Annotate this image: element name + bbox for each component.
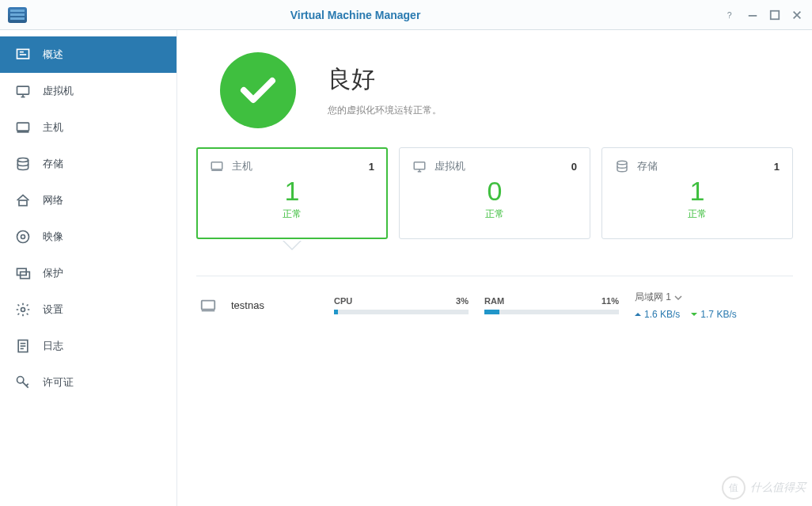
storage-icon <box>14 155 32 173</box>
sidebar: 概述 虚拟机 主机 存储 网络 映像 保护 设置 <box>0 30 177 506</box>
svg-rect-6 <box>17 86 29 94</box>
card-value: 1 <box>615 177 780 206</box>
storage-icon <box>615 159 629 173</box>
cpu-percent: 3% <box>456 296 469 306</box>
svg-rect-29 <box>202 300 215 309</box>
sidebar-item-vm[interactable]: 虚拟机 <box>0 73 176 109</box>
card-value: 1 <box>210 177 374 206</box>
card-value: 0 <box>412 177 577 206</box>
sidebar-item-label: 虚拟机 <box>43 84 74 98</box>
minimize-button[interactable] <box>746 8 760 22</box>
host-row[interactable]: testnas CPU3% RAM11% 局域网 1 1.6 KB/s 1.7 … <box>196 291 793 320</box>
ram-label: RAM <box>484 296 504 306</box>
sidebar-item-label: 设置 <box>43 302 63 317</box>
host-icon <box>210 159 224 173</box>
card-storage[interactable]: 存储 1 1 正常 <box>601 147 793 239</box>
overview-icon <box>14 46 32 63</box>
ram-meter: RAM11% <box>484 296 619 314</box>
sidebar-item-label: 映像 <box>43 230 63 244</box>
card-label: 存储 <box>637 159 658 173</box>
titlebar: Virtual Machine Manager ? <box>0 0 812 30</box>
log-icon <box>14 337 32 355</box>
sidebar-item-label: 网络 <box>43 193 63 207</box>
svg-rect-12 <box>19 200 27 206</box>
help-button[interactable]: ? <box>723 8 738 22</box>
arrow-down-icon <box>691 313 697 316</box>
host-icon <box>199 297 217 314</box>
card-label: 虚拟机 <box>434 159 465 173</box>
sidebar-item-storage[interactable]: 存储 <box>0 146 176 182</box>
card-label: 主机 <box>232 159 252 173</box>
key-icon <box>14 374 32 391</box>
vm-icon <box>412 159 427 173</box>
card-status: 正常 <box>615 207 780 221</box>
svg-rect-3 <box>17 49 29 59</box>
card-host[interactable]: 主机 1 1 正常 <box>196 147 388 239</box>
upload-stat: 1.6 KB/s <box>635 309 680 320</box>
sidebar-item-label: 保护 <box>43 266 63 280</box>
card-vm[interactable]: 虚拟机 0 0 正常 <box>399 147 590 239</box>
ram-percent: 11% <box>601 296 619 306</box>
svg-point-13 <box>17 231 29 243</box>
sidebar-item-log[interactable]: 日志 <box>0 328 176 364</box>
content-area: 良好 您的虚拟化环境运转正常。 主机 1 1 正常 虚拟机 <box>177 30 812 506</box>
host-name: testnas <box>231 299 334 311</box>
summary-cards: 主机 1 1 正常 虚拟机 0 0 正常 <box>196 147 793 239</box>
gear-icon <box>14 301 32 318</box>
cpu-label: CPU <box>334 296 352 306</box>
download-stat: 1.7 KB/s <box>691 309 736 320</box>
svg-point-11 <box>17 158 28 162</box>
svg-rect-1 <box>749 15 757 17</box>
watermark: 值 什么值得买 <box>722 476 806 500</box>
cpu-meter: CPU3% <box>334 296 469 314</box>
status-subtitle: 您的虚拟化环境运转正常。 <box>328 104 442 117</box>
network-selector[interactable]: 局域网 1 <box>635 291 768 304</box>
card-status: 正常 <box>210 207 374 221</box>
svg-point-17 <box>21 308 25 312</box>
vm-icon <box>14 82 32 100</box>
app-title: Virtual Machine Manager <box>0 9 715 21</box>
sidebar-item-settings[interactable]: 设置 <box>0 291 176 328</box>
card-count: 1 <box>774 161 780 173</box>
network-icon <box>14 192 32 209</box>
card-status: 正常 <box>412 207 577 221</box>
sidebar-item-image[interactable]: 映像 <box>0 219 176 255</box>
maximize-button[interactable] <box>768 8 782 22</box>
svg-rect-25 <box>414 162 425 169</box>
sidebar-item-label: 概述 <box>43 48 63 62</box>
divider <box>196 276 793 276</box>
svg-rect-23 <box>211 162 222 169</box>
status-title: 良好 <box>328 63 442 96</box>
card-count: 1 <box>369 161 374 173</box>
arrow-up-icon <box>635 313 641 316</box>
network-label: 局域网 1 <box>635 291 671 304</box>
svg-rect-2 <box>771 10 780 19</box>
sidebar-item-overview[interactable]: 概述 <box>0 36 176 73</box>
sidebar-item-license[interactable]: 许可证 <box>0 364 176 401</box>
watermark-text: 什么值得买 <box>750 481 806 495</box>
sidebar-item-network[interactable]: 网络 <box>0 182 176 219</box>
card-count: 0 <box>571 161 577 173</box>
svg-point-14 <box>21 235 25 239</box>
svg-text:?: ? <box>727 10 732 19</box>
app-icon <box>8 7 27 23</box>
sidebar-item-label: 主机 <box>43 120 63 135</box>
svg-rect-9 <box>17 123 29 131</box>
svg-point-28 <box>617 161 627 165</box>
protection-icon <box>14 264 32 282</box>
network-stats: 局域网 1 1.6 KB/s 1.7 KB/s <box>635 291 768 320</box>
host-icon <box>14 119 32 136</box>
status-ok-icon <box>220 52 296 128</box>
sidebar-item-host[interactable]: 主机 <box>0 109 176 146</box>
close-button[interactable] <box>790 8 804 22</box>
watermark-badge: 值 <box>722 476 746 500</box>
chevron-down-icon <box>674 294 682 302</box>
sidebar-item-label: 许可证 <box>43 375 74 390</box>
image-icon <box>14 228 32 245</box>
sidebar-item-label: 存储 <box>43 157 63 171</box>
sidebar-item-label: 日志 <box>43 339 63 353</box>
sidebar-item-protection[interactable]: 保护 <box>0 255 176 291</box>
status-row: 良好 您的虚拟化环境运转正常。 <box>196 48 793 147</box>
